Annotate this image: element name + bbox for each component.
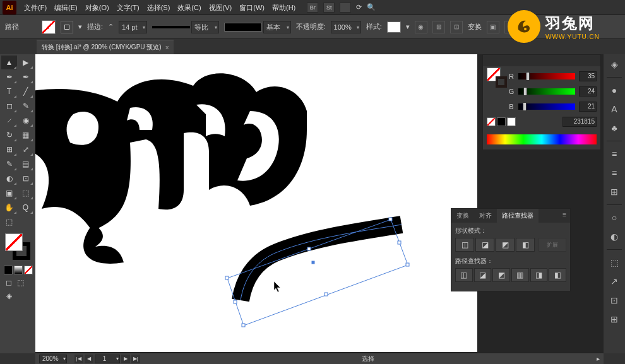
none-mode[interactable] <box>24 266 33 274</box>
search-icon[interactable]: 🔍 <box>367 3 376 11</box>
minus-back-button[interactable]: ◧ <box>549 268 566 282</box>
tab-align[interactable]: 对齐 <box>474 209 497 223</box>
transform-link[interactable]: 变换 <box>468 22 482 32</box>
status-menu-icon[interactable]: ▸ <box>597 355 600 362</box>
screen-mode-full[interactable]: ⬚ <box>15 278 25 288</box>
black-swatch[interactable] <box>497 117 506 126</box>
menu-file[interactable]: 文件(F) <box>20 0 51 15</box>
artboard-number[interactable]: 1 <box>95 355 120 363</box>
perspective-tool[interactable]: ▤ <box>18 157 33 171</box>
b-slider[interactable] <box>518 103 575 110</box>
chevron-down-icon[interactable]: ▾ <box>406 23 410 31</box>
rectangle-tool[interactable]: ◻ <box>1 99 17 113</box>
menu-select[interactable]: 选择(S) <box>143 0 174 15</box>
artboards-panel-icon[interactable]: ⊡ <box>607 293 622 308</box>
menu-help[interactable]: 帮助(H) <box>268 0 299 15</box>
pen-tool[interactable]: ✒ <box>1 70 17 84</box>
curvature-tool[interactable]: ✒ <box>18 70 33 84</box>
unite-button[interactable]: ◫ <box>455 238 474 252</box>
mesh-tool[interactable]: ◐ <box>1 172 17 185</box>
properties-panel-icon[interactable]: ◈ <box>607 57 622 72</box>
white-swatch[interactable] <box>507 117 516 126</box>
first-artboard-button[interactable]: |◀ <box>74 355 83 363</box>
brushes-panel-icon[interactable]: ≡ <box>607 165 622 180</box>
eyedropper-tool[interactable]: ▣ <box>1 186 17 200</box>
r-value[interactable]: 35 <box>579 71 597 81</box>
zoom-level[interactable]: 200% <box>39 355 67 363</box>
brush-select[interactable]: 基本 <box>263 21 291 33</box>
color-panel-icon[interactable]: ● <box>607 83 622 98</box>
stroke-link-icon[interactable]: ⌃ <box>108 23 114 31</box>
isolate-icon[interactable]: ▣ <box>487 21 499 33</box>
width-tool[interactable]: ⊞ <box>1 143 17 156</box>
swatches-panel-icon[interactable]: ♣ <box>607 120 622 136</box>
menu-object[interactable]: 对象(O) <box>81 0 113 15</box>
draw-mode[interactable]: ◈ <box>4 291 14 301</box>
graphic-styles-icon[interactable]: ◐ <box>607 229 622 244</box>
line-tool[interactable]: ╱ <box>18 85 33 98</box>
stroke-weight-input[interactable]: 14 pt <box>119 21 146 33</box>
g-slider[interactable] <box>518 88 575 95</box>
screen-mode-normal[interactable]: ◻ <box>4 278 14 288</box>
crop-button[interactable]: ▥ <box>511 268 529 282</box>
selection-tool[interactable]: ▲ <box>1 56 17 69</box>
stroke-swatch[interactable] <box>61 21 73 33</box>
shape-icon[interactable]: ⊡ <box>450 21 463 33</box>
gradient-tool[interactable]: ⊡ <box>18 172 33 185</box>
appearance-panel-icon[interactable]: ○ <box>607 210 622 225</box>
outline-button[interactable]: ◨ <box>530 268 548 282</box>
menu-view[interactable]: 视图(V) <box>205 0 236 15</box>
hex-value[interactable]: 231815 <box>562 117 597 127</box>
fill-stroke-swatch[interactable] <box>5 233 30 260</box>
paintbrush-tool[interactable]: ✎ <box>18 99 33 113</box>
color-spectrum[interactable] <box>487 134 597 144</box>
type-tool[interactable]: T <box>1 85 17 98</box>
shape-builder-tool[interactable]: ✎ <box>1 157 17 171</box>
more-options-icon[interactable]: ⊟ <box>504 21 517 33</box>
libraries-panel-icon[interactable]: ⊞ <box>607 312 622 327</box>
prev-artboard-button[interactable]: ◀ <box>85 355 93 363</box>
color-mode[interactable] <box>4 266 13 274</box>
layers-panel-icon[interactable]: ⬚ <box>607 255 622 270</box>
g-value[interactable]: 24 <box>579 86 597 97</box>
links-panel-icon[interactable]: ↗ <box>607 274 622 289</box>
none-swatch[interactable] <box>487 117 496 126</box>
next-artboard-button[interactable]: ▶ <box>121 355 130 363</box>
gradient-mode[interactable] <box>14 266 23 274</box>
free-transform-tool[interactable]: ⤢ <box>18 143 33 156</box>
panel-menu-icon[interactable]: ≡ <box>559 209 570 223</box>
divide-button[interactable]: ◫ <box>455 268 473 282</box>
style-swatch[interactable] <box>387 21 401 33</box>
artboard-tool[interactable]: ⬚ <box>1 215 17 229</box>
document-tab[interactable]: 转换 [转换].ai* @ 200% (CMYK/GPU 预览) × <box>37 40 174 54</box>
opacity-input[interactable]: 100% <box>331 21 361 33</box>
recolor-icon[interactable]: ◉ <box>415 21 427 33</box>
blend-tool[interactable]: ⬚ <box>18 186 33 200</box>
stroke-panel-icon[interactable]: ≡ <box>607 146 622 161</box>
r-slider[interactable] <box>518 73 575 79</box>
bridge-button[interactable]: Br <box>307 3 318 13</box>
fill-swatch[interactable] <box>42 20 56 34</box>
fill-color[interactable] <box>5 233 23 251</box>
gpu-sync-icon[interactable]: ⟳ <box>356 3 362 11</box>
minus-front-button[interactable]: ◪ <box>475 238 494 252</box>
close-tab-button[interactable]: × <box>165 44 169 51</box>
intersect-button[interactable]: ◩ <box>496 238 515 252</box>
zoom-tool[interactable]: Q <box>18 201 33 214</box>
trim-button[interactable]: ◪ <box>474 268 492 282</box>
stock-button[interactable]: St <box>323 3 335 13</box>
rotate-tool[interactable]: ↻ <box>1 128 17 142</box>
tab-pathfinder[interactable]: 路径查找器 <box>497 209 539 223</box>
pencil-tool[interactable]: ⟋ <box>1 114 17 127</box>
menu-edit[interactable]: 编辑(E) <box>51 0 81 15</box>
color-panel-header[interactable] <box>483 55 600 66</box>
menu-window[interactable]: 窗口(W) <box>235 0 268 15</box>
type-panel-icon[interactable]: A <box>607 102 622 117</box>
merge-button[interactable]: ◩ <box>492 268 510 282</box>
last-artboard-button[interactable]: ▶| <box>131 355 140 363</box>
tab-transform[interactable]: 变换 <box>451 209 474 223</box>
menu-effect[interactable]: 效果(C) <box>174 0 205 15</box>
hand-tool[interactable]: ✋ <box>1 201 17 214</box>
menu-type[interactable]: 文字(T) <box>113 0 143 15</box>
direct-selection-tool[interactable]: ▶ <box>18 56 33 69</box>
